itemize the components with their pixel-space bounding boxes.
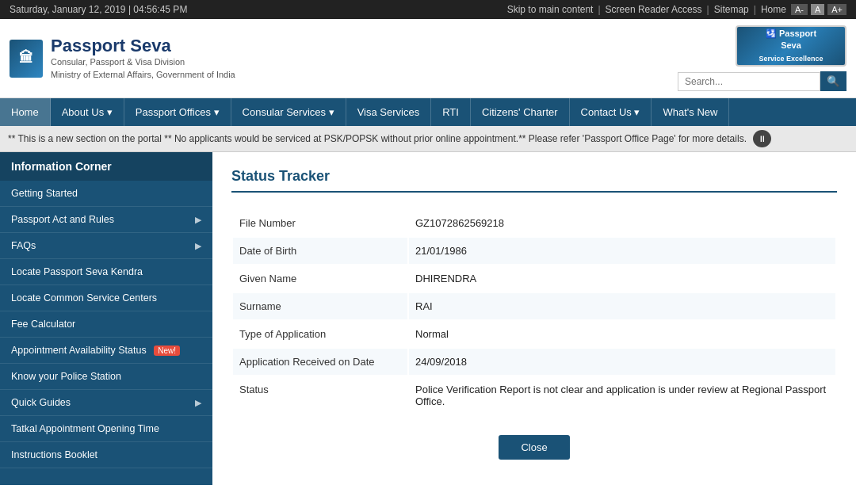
main-layout: Information Corner Getting Started Passp… — [0, 152, 856, 485]
sitemap-link[interactable]: Sitemap — [714, 4, 749, 15]
font-controls: A- A A+ — [791, 4, 846, 15]
nav-home[interactable]: Home — [0, 98, 51, 126]
sidebar: Information Corner Getting Started Passp… — [0, 152, 212, 485]
screen-reader-link[interactable]: Screen Reader Access — [606, 4, 702, 15]
sidebar-item-faqs[interactable]: FAQs ▶ — [0, 233, 212, 259]
nav-passport-offices[interactable]: Passport Offices ▾ — [124, 98, 231, 126]
table-row: Date of Birth 21/01/1986 — [233, 238, 835, 264]
arrow-icon: ▶ — [195, 241, 201, 251]
nav-consular-services[interactable]: Consular Services ▾ — [231, 98, 346, 126]
table-row: Surname RAI — [233, 293, 835, 319]
home-link[interactable]: Home — [761, 4, 786, 15]
field-value: Police Verification Report is not clear … — [409, 376, 835, 414]
arrow-icon: ▶ — [195, 398, 201, 408]
ticker-text: ** This is a new section on the portal *… — [8, 133, 747, 144]
main-nav: Home About Us ▾ Passport Offices ▾ Consu… — [0, 98, 856, 126]
sidebar-item-appointment-status[interactable]: Appointment Availability Status New! — [0, 338, 212, 364]
field-value: Normal — [409, 321, 835, 347]
table-row: Type of Application Normal — [233, 321, 835, 347]
font-normal-button[interactable]: A — [811, 4, 824, 15]
content-area: Status Tracker File Number GZ10728625692… — [212, 152, 856, 485]
close-button[interactable]: Close — [499, 435, 569, 460]
nav-about-us[interactable]: About Us ▾ — [51, 98, 124, 126]
new-badge: New! — [154, 346, 180, 356]
font-increase-button[interactable]: A+ — [827, 4, 846, 15]
passport-seva-logo-image: 🛂 PassportSevaService Excellence — [736, 25, 846, 67]
status-tracker-title: Status Tracker — [231, 168, 837, 193]
sidebar-title: Information Corner — [0, 152, 212, 181]
field-value: 24/09/2018 — [409, 349, 835, 375]
header-right: 🛂 PassportSevaService Excellence 🔍 — [678, 25, 846, 91]
sidebar-item-quick-guides[interactable]: Quick Guides ▶ — [0, 390, 212, 416]
nav-visa-services[interactable]: Visa Services — [346, 98, 432, 126]
field-label: Type of Application — [233, 321, 407, 347]
search-input[interactable] — [678, 72, 820, 91]
header-text: Passport Seva Consular, Passport & Visa … — [51, 36, 235, 81]
field-value: GZ1072862569218 — [409, 210, 835, 236]
field-label: Application Received on Date — [233, 349, 407, 375]
close-button-row: Close — [231, 435, 837, 460]
table-row: Application Received on Date 24/09/2018 — [233, 349, 835, 375]
field-label: Given Name — [233, 265, 407, 292]
sidebar-item-passport-act[interactable]: Passport Act and Rules ▶ — [0, 207, 212, 233]
table-row: File Number GZ1072862569218 — [233, 210, 835, 236]
nav-citizens-charter[interactable]: Citizens' Charter — [471, 98, 570, 126]
datetime: Saturday, January 12, 2019 | 04:56:45 PM — [10, 4, 187, 15]
subtitle1: Consular, Passport & Visa Division — [51, 56, 235, 68]
ticker-pause-button[interactable]: ⏸ — [753, 130, 771, 147]
sidebar-item-tatkal-time[interactable]: Tatkal Appointment Opening Time — [0, 416, 212, 442]
header-left: 🏛 Passport Seva Consular, Passport & Vis… — [10, 36, 235, 81]
field-value: RAI — [409, 293, 835, 319]
subtitle2: Ministry of External Affairs, Government… — [51, 69, 235, 81]
sidebar-item-locate-psk[interactable]: Locate Passport Seva Kendra — [0, 259, 212, 285]
tracker-table: File Number GZ1072862569218 Date of Birt… — [231, 208, 837, 416]
top-links: Skip to main content | Screen Reader Acc… — [507, 4, 846, 15]
site-title: Passport Seva — [51, 36, 235, 56]
sidebar-item-instructions[interactable]: Instructions Booklet — [0, 442, 212, 468]
top-bar: Saturday, January 12, 2019 | 04:56:45 PM… — [0, 0, 856, 19]
sidebar-item-getting-started[interactable]: Getting Started — [0, 181, 212, 207]
ticker: ** This is a new section on the portal *… — [0, 126, 856, 152]
nav-whats-new[interactable]: What's New — [652, 98, 729, 126]
search-bar: 🔍 — [678, 71, 846, 91]
nav-rti[interactable]: RTI — [431, 98, 471, 126]
table-row: Status Police Verification Report is not… — [233, 376, 835, 414]
site-logo: 🏛 — [10, 40, 43, 78]
field-value: DHIRENDRA — [409, 265, 835, 292]
header: 🏛 Passport Seva Consular, Passport & Vis… — [0, 19, 856, 98]
field-label: Surname — [233, 293, 407, 319]
sidebar-item-know-police-station[interactable]: Know your Police Station — [0, 364, 212, 390]
sidebar-item-locate-csc[interactable]: Locate Common Service Centers — [0, 285, 212, 311]
font-decrease-button[interactable]: A- — [791, 4, 808, 15]
search-button[interactable]: 🔍 — [820, 71, 846, 91]
field-label: Date of Birth — [233, 238, 407, 264]
table-row: Given Name DHIRENDRA — [233, 265, 835, 292]
field-label: File Number — [233, 210, 407, 236]
field-value: 21/01/1986 — [409, 238, 835, 264]
field-label: Status — [233, 376, 407, 414]
nav-contact-us[interactable]: Contact Us ▾ — [570, 98, 652, 126]
arrow-icon: ▶ — [195, 215, 201, 225]
sidebar-item-fee-calculator[interactable]: Fee Calculator — [0, 311, 212, 338]
skip-main-content-link[interactable]: Skip to main content — [507, 4, 594, 15]
